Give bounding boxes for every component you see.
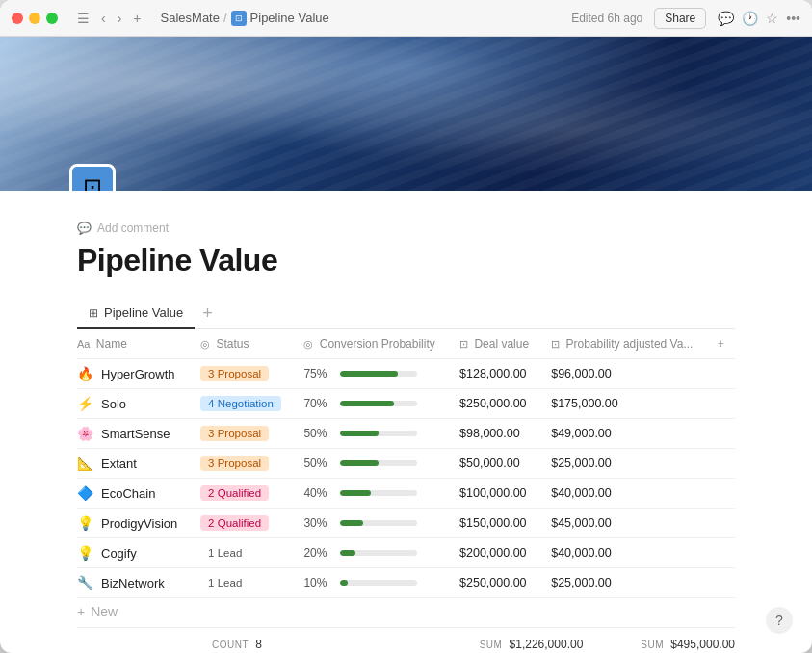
status-badge-1: 4 Negotiation bbox=[200, 396, 281, 411]
add-button[interactable]: + bbox=[129, 9, 144, 28]
add-comment-label: Add comment bbox=[97, 222, 169, 235]
status-badge-3: 3 Proposal bbox=[200, 456, 269, 471]
cell-name-5: 💡 ProdigyVision bbox=[77, 509, 191, 538]
progress-bar-fill-0 bbox=[340, 371, 398, 377]
table-row[interactable]: 🌸 SmartSense 3 Proposal 50% $98,000.00 bbox=[77, 419, 735, 449]
cell-status-5: 2 Qualified bbox=[191, 509, 294, 538]
back-button[interactable]: ‹ bbox=[97, 9, 110, 28]
deal-value-0: $128,000.00 bbox=[459, 367, 527, 380]
table-row[interactable]: 💡 Cogify 1 Lead 20% $200,000.00 $40,0 bbox=[77, 538, 735, 568]
comment-icon[interactable]: 💬 bbox=[718, 11, 734, 26]
plus-icon: + bbox=[77, 604, 85, 619]
conversion-pct-1: 70% bbox=[303, 397, 332, 410]
deal-value-2: $98,000.00 bbox=[459, 427, 520, 440]
hamburger-icon[interactable]: ☰ bbox=[73, 9, 93, 28]
tabs-bar: ⊞ Pipeline Value + bbox=[77, 298, 735, 329]
cell-extra-7 bbox=[708, 568, 735, 598]
cell-conversion-7: 10% bbox=[294, 568, 450, 598]
cell-deal-value-2: $98,000.00 bbox=[450, 419, 541, 449]
deal-value-7: $250,000.00 bbox=[459, 576, 527, 589]
cell-status-2: 3 Proposal bbox=[191, 419, 294, 449]
new-label: New bbox=[91, 604, 118, 619]
col-add-button[interactable]: + bbox=[708, 329, 735, 359]
count-summary: COUNT 8 bbox=[212, 638, 262, 651]
conversion-pct-6: 20% bbox=[303, 546, 332, 560]
sum1-label: SUM bbox=[480, 640, 503, 650]
summary-row: COUNT 8 SUM $1,226,000.00 SUM $495,000.0… bbox=[77, 627, 735, 651]
status-type-icon: ◎ bbox=[200, 338, 210, 350]
titlebar: ☰ ‹ › + SalesMate / ⊡ Pipeline Value Edi… bbox=[0, 0, 812, 37]
forward-button[interactable]: › bbox=[114, 9, 126, 28]
more-icon[interactable]: ••• bbox=[786, 11, 800, 26]
progress-bar-bg-7 bbox=[340, 580, 417, 586]
progress-bar-fill-5 bbox=[340, 520, 363, 526]
row-name-4: EcoChain bbox=[101, 486, 155, 501]
row-emoji-2: 🌸 bbox=[77, 426, 93, 441]
conversion-pct-0: 75% bbox=[303, 367, 332, 380]
cell-deal-value-5: $150,000.00 bbox=[450, 509, 541, 538]
share-button[interactable]: Share bbox=[654, 8, 706, 29]
maximize-button[interactable] bbox=[46, 13, 58, 24]
col-header-conversion: ◎ Conversion Probability bbox=[294, 329, 450, 359]
edited-timestamp: Edited 6h ago bbox=[571, 12, 642, 25]
cell-name-3: 📐 Extant bbox=[77, 449, 191, 479]
sum2-label: SUM bbox=[641, 640, 664, 650]
cell-extra-2 bbox=[708, 419, 735, 449]
page-type-icon: ⊡ bbox=[231, 11, 247, 26]
traffic-lights bbox=[12, 13, 58, 24]
conversion-type-icon: ◎ bbox=[303, 338, 313, 350]
prob-adjusted-1: $175,000.00 bbox=[551, 397, 618, 410]
cell-status-0: 3 Proposal bbox=[191, 359, 294, 389]
table-row[interactable]: 📐 Extant 3 Proposal 50% $50,000.00 $2 bbox=[77, 449, 735, 479]
cell-conversion-5: 30% bbox=[294, 509, 450, 538]
table-row[interactable]: 💡 ProdigyVision 2 Qualified 30% $150,000… bbox=[77, 509, 735, 538]
progress-bar-fill-7 bbox=[340, 580, 348, 586]
add-comment-row[interactable]: 💬 Add comment bbox=[77, 191, 735, 243]
sum2-value: $495,000.00 bbox=[670, 638, 735, 651]
table-header-row: Aa Name ◎ Status ◎ Conversion Probabilit… bbox=[77, 329, 735, 359]
cell-status-6: 1 Lead bbox=[191, 538, 294, 568]
col-header-prob-adjusted: ⊡ Probability adjusted Va... bbox=[541, 329, 708, 359]
deal-value-3: $50,000.00 bbox=[459, 457, 520, 470]
star-icon[interactable]: ☆ bbox=[766, 11, 778, 26]
prob-adjusted-7: $25,000.00 bbox=[551, 576, 612, 589]
minimize-button[interactable] bbox=[29, 13, 40, 24]
deal-value-4: $100,000.00 bbox=[459, 486, 527, 500]
progress-bar-fill-2 bbox=[340, 431, 379, 436]
row-emoji-1: ⚡ bbox=[77, 396, 93, 411]
cell-conversion-0: 75% bbox=[294, 359, 450, 389]
table-row[interactable]: 🔷 EcoChain 2 Qualified 40% $100,000.00 bbox=[77, 479, 735, 509]
col-header-deal-value: ⊡ Deal value bbox=[450, 329, 541, 359]
col-header-name: Aa Name bbox=[77, 329, 191, 359]
page-title: Pipeline Value bbox=[77, 243, 735, 278]
new-row-button[interactable]: + New bbox=[77, 598, 735, 625]
text-type-icon: Aa bbox=[77, 338, 90, 350]
cell-status-7: 1 Lead bbox=[191, 568, 294, 598]
cell-extra-1 bbox=[708, 389, 735, 419]
count-label: COUNT bbox=[212, 640, 249, 650]
breadcrumb-separator: / bbox=[223, 11, 227, 25]
table-row[interactable]: 🔥 HyperGrowth 3 Proposal 75% $128,000.00 bbox=[77, 359, 735, 389]
sum1-summary: SUM $1,226,000.00 bbox=[480, 638, 584, 651]
titlebar-action-icons: 💬 🕐 ☆ ••• bbox=[718, 11, 800, 26]
app-window: ☰ ‹ › + SalesMate / ⊡ Pipeline Value Edi… bbox=[0, 0, 812, 653]
row-name-2: SmartSense bbox=[101, 427, 170, 441]
table-row[interactable]: ⚡ Solo 4 Negotiation 70% $250,000.00 $ bbox=[77, 389, 735, 419]
cell-conversion-3: 50% bbox=[294, 449, 450, 479]
tab-pipeline-value[interactable]: ⊞ Pipeline Value bbox=[77, 298, 195, 329]
progress-bar-fill-3 bbox=[340, 460, 379, 466]
table-row[interactable]: 🔧 BizNetwork 1 Lead 10% $250,000.00 $ bbox=[77, 568, 735, 598]
deal-type-icon: ⊡ bbox=[459, 338, 468, 350]
close-button[interactable] bbox=[12, 13, 23, 24]
row-name-1: Solo bbox=[101, 397, 126, 411]
page-name: Pipeline Value bbox=[250, 11, 329, 25]
add-view-button[interactable]: + bbox=[202, 303, 213, 324]
cell-extra-0 bbox=[708, 359, 735, 389]
row-name-7: BizNetwork bbox=[101, 576, 165, 590]
cell-name-4: 🔷 EcoChain bbox=[77, 479, 191, 509]
help-button[interactable]: ? bbox=[766, 607, 793, 634]
cell-prob-adjusted-1: $175,000.00 bbox=[541, 389, 708, 419]
cell-conversion-6: 20% bbox=[294, 538, 450, 568]
conversion-pct-7: 10% bbox=[303, 576, 332, 589]
clock-icon[interactable]: 🕐 bbox=[742, 11, 758, 26]
